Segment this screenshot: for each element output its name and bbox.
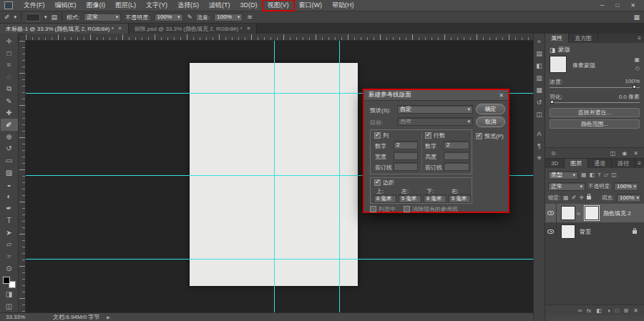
tab-3d[interactable]: 3D (545, 159, 565, 168)
color-panel-icon[interactable]: ▤ (534, 48, 545, 59)
guide-vertical[interactable] (339, 41, 340, 312)
zoom-level-field[interactable]: 33.33% (6, 314, 43, 320)
minimize-icon[interactable]: ─ (600, 2, 605, 9)
margin-right-field[interactable]: 5 毫米 (449, 194, 471, 203)
libraries-panel-icon[interactable]: ▥ (534, 72, 545, 83)
zoom-tool[interactable]: ⊙ (1, 262, 18, 275)
menu-select[interactable]: 选择(S) (172, 0, 204, 11)
guide-vertical[interactable] (274, 41, 275, 312)
gradient-tool[interactable]: ▨ (1, 167, 18, 179)
slider-handle[interactable] (550, 100, 554, 104)
history-brush-tool[interactable]: ↺ (1, 143, 18, 155)
brush-tool[interactable]: ✐ (1, 119, 18, 131)
menu-layer[interactable]: 图层(L) (110, 0, 141, 11)
layer-name[interactable]: 颜色填充 2 (603, 209, 631, 217)
blur-tool[interactable]: ◒ (1, 179, 18, 191)
menu-help[interactable]: 帮助(H) (327, 0, 359, 11)
vertical-ruler[interactable] (19, 41, 26, 312)
density-slider[interactable] (550, 87, 640, 88)
panel-menu-icon[interactable]: ≡ (638, 159, 641, 168)
clone-stamp-tool[interactable]: ⊕ (1, 131, 18, 143)
layer-effects-icon[interactable]: fx (587, 307, 591, 314)
layer-name[interactable]: 背景 (580, 228, 591, 236)
document-tab-1[interactable]: 未标题-1 @ 33.3% (颜色填充 2, RGB/8#) * ✕ (0, 24, 129, 34)
new-group-icon[interactable]: □ (615, 307, 619, 314)
menu-view[interactable]: 视图(V) (263, 0, 294, 11)
paragraph-panel-icon[interactable]: ¶ (534, 140, 545, 151)
columns-width-field[interactable] (394, 152, 418, 160)
flow-select[interactable]: 100% ▾ (214, 13, 243, 21)
load-selection-from-mask-icon[interactable]: ⊙ (551, 150, 556, 157)
apply-mask-icon[interactable]: ◫ (610, 150, 616, 157)
move-tool[interactable]: ✛ (1, 35, 18, 47)
add-layer-mask-icon[interactable]: ◧ (596, 307, 602, 314)
filter-type-layers-icon[interactable]: T (597, 172, 601, 178)
healing-brush-tool[interactable]: ✚ (1, 107, 18, 119)
airbrush-icon[interactable]: ≋ (247, 14, 253, 21)
close-icon[interactable]: ✕ (630, 2, 635, 9)
mask-thumbnail[interactable] (550, 56, 567, 73)
clear-guides-checkbox[interactable]: 清除现有的参考线 (404, 205, 458, 213)
eraser-tool[interactable]: ▭ (1, 154, 18, 167)
guide-horizontal[interactable] (26, 259, 533, 260)
lock-all-icon[interactable] (587, 196, 591, 199)
hand-tool[interactable]: ☞ (1, 250, 18, 262)
ok-button[interactable]: 确定 (476, 104, 505, 114)
marquee-tool[interactable]: □ (1, 47, 18, 59)
screen-mode-icon[interactable]: ◫ (1, 300, 18, 312)
menu-type[interactable]: 文字(Y) (141, 0, 172, 11)
menu-window[interactable]: 窗口(W) (294, 0, 328, 11)
select-pixel-mask-icon[interactable]: ▣ (634, 56, 640, 63)
slider-handle[interactable] (633, 85, 636, 89)
preview-checkbox[interactable]: 预览(P) (476, 132, 504, 140)
visibility-eye-icon[interactable] (547, 229, 554, 234)
filter-shape-layers-icon[interactable]: ▱ (604, 172, 608, 178)
type-tool[interactable]: T (1, 214, 18, 227)
visibility-eye-icon[interactable] (547, 211, 554, 215)
tab-properties[interactable]: 属性 (545, 34, 569, 43)
disable-mask-icon[interactable]: ◉ (622, 150, 627, 157)
close-icon[interactable]: ✕ (118, 26, 122, 31)
menu-3d[interactable]: 3D(D) (235, 0, 263, 11)
document-tab-2[interactable]: 倒班.psd @ 33.3% (颜色填充 2, RGB/8#) * ✕ (129, 24, 258, 34)
delete-mask-icon[interactable]: ✕ (633, 150, 638, 157)
eyedropper-tool[interactable]: ✎ (1, 95, 18, 107)
horizontal-ruler[interactable] (26, 34, 533, 41)
rows-checkbox[interactable]: 行数 (425, 132, 445, 139)
menu-filter[interactable]: 滤镜(T) (204, 0, 235, 11)
new-adjustment-layer-icon[interactable]: ◑ (607, 307, 610, 314)
layer-row-background[interactable]: 背景 (545, 222, 644, 241)
quick-selection-tool[interactable]: ◌ (1, 71, 18, 83)
preset-select[interactable]: 自定 ▾ (397, 105, 473, 114)
rows-gutter-field[interactable] (444, 162, 469, 171)
menu-image[interactable]: 图像(I) (82, 0, 111, 11)
adjustments-panel-icon[interactable]: ◧ (534, 60, 545, 71)
select-and-mask-button[interactable]: 选择并遮住... (550, 108, 640, 117)
tool-preset-icon[interactable]: ✐ (4, 14, 10, 21)
pen-pressure-icon[interactable]: ✎ (187, 14, 193, 21)
mode-select[interactable]: 正常 ▾ (84, 13, 121, 21)
new-layer-icon[interactable]: ⊞ (624, 307, 629, 314)
crop-tool[interactable]: ⧉ (1, 83, 18, 95)
layer-mask-thumbnail[interactable] (585, 206, 599, 220)
layer-row-color-fill[interactable]: ∞ 颜色填充 2 (545, 204, 644, 222)
margin-left-field[interactable]: 5 毫米 (399, 194, 421, 203)
lasso-tool[interactable]: ≈ (1, 59, 18, 71)
color-range-button[interactable]: 颜色范围... (550, 119, 640, 129)
filter-smart-objects-icon[interactable]: ◫ (611, 172, 617, 178)
lock-position-icon[interactable]: ✛ (579, 194, 584, 201)
checkbox-checked-icon[interactable] (425, 132, 431, 139)
layer-thumbnail[interactable] (561, 206, 575, 220)
rows-number-field[interactable]: 2 (444, 141, 469, 149)
brush-preset-preview[interactable] (26, 14, 40, 21)
workspace-switcher-icon[interactable]: ▦ (633, 14, 640, 21)
opacity-select[interactable]: 100% ▾ (155, 13, 183, 21)
menu-file[interactable]: 文件(F) (19, 0, 50, 11)
layer-thumbnail[interactable] (561, 224, 575, 239)
tab-paths[interactable]: 路径 (612, 159, 635, 168)
shape-tool[interactable]: ▱ (1, 238, 18, 250)
tab-histogram[interactable]: 直方图 (569, 34, 598, 43)
character-panel-icon[interactable]: A (534, 128, 545, 139)
path-selection-tool[interactable]: ➤ (1, 227, 18, 239)
columns-checkbox[interactable]: 列 (374, 132, 389, 139)
